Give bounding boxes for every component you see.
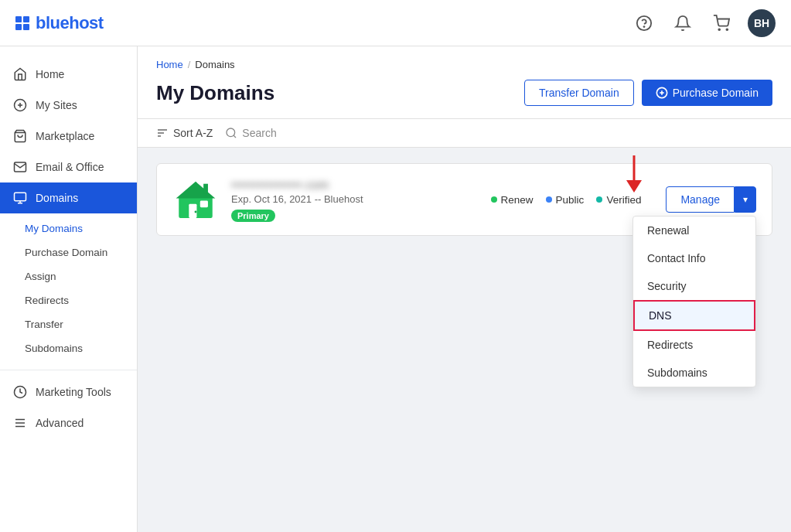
main-content: Home / Domains My Domains Transfer Domai… <box>138 46 791 532</box>
domain-icon <box>172 176 219 223</box>
submenu-item-purchase-domain[interactable]: Purchase Domain <box>0 240 137 264</box>
marketing-icon <box>12 384 28 400</box>
wordpress-icon <box>12 97 28 113</box>
dropdown-label-contact-info: Contact Info <box>647 252 706 264</box>
notifications-icon[interactable] <box>670 11 695 36</box>
sidebar: Home My Sites Marketplace <box>0 46 138 532</box>
domain-list: ••••••••••••••••.com Exp. Oct 16, 2021 -… <box>138 148 791 251</box>
renew-dot <box>491 196 497 203</box>
plus-icon <box>656 87 668 99</box>
page-title: My Domains <box>156 81 274 105</box>
svg-rect-6 <box>15 193 26 201</box>
sidebar-item-email-office[interactable]: Email & Office <box>0 152 137 182</box>
chevron-down-icon: ▾ <box>743 194 748 205</box>
sidebar-label-marketplace: Marketplace <box>36 130 94 142</box>
manage-btn-group: Manage ▾ <box>666 186 756 213</box>
header-actions: BH <box>632 9 776 37</box>
svg-rect-24 <box>200 200 208 207</box>
dropdown-item-contact-info[interactable]: Contact Info <box>633 244 755 272</box>
page-actions: Transfer Domain Purchase Domain <box>524 80 772 106</box>
domain-expiry: Exp. Oct 16, 2021 -- Bluehost <box>231 193 479 205</box>
sidebar-label-home: Home <box>36 68 64 80</box>
home-icon <box>12 66 28 82</box>
domains-icon <box>12 190 28 206</box>
submenu-item-transfer[interactable]: Transfer <box>0 312 137 336</box>
sidebar-item-marketplace[interactable]: Marketplace <box>0 121 137 152</box>
submenu-item-subdomains[interactable]: Subdomains <box>0 336 137 360</box>
breadcrumb-home[interactable]: Home <box>156 59 183 70</box>
domain-name: ••••••••••••••••.com <box>231 178 479 191</box>
submenu-label-redirects: Redirects <box>25 295 69 306</box>
submenu-label-purchase-domain: Purchase Domain <box>25 247 107 258</box>
dropdown-label-redirects: Redirects <box>647 339 693 351</box>
purchase-domain-label: Purchase Domain <box>673 87 759 99</box>
manage-button[interactable]: Manage <box>666 186 735 213</box>
header: bluehost BH <box>0 0 791 46</box>
dropdown-item-renewal[interactable]: Renewal <box>633 217 755 244</box>
transfer-domain-button[interactable]: Transfer Domain <box>524 80 634 106</box>
dropdown-label-renewal: Renewal <box>647 224 689 237</box>
public-label: Public <box>556 194 585 206</box>
manage-dropdown-menu: Renewal Contact Info Security DNS Redire <box>632 216 756 387</box>
avatar[interactable]: BH <box>748 9 776 37</box>
sidebar-item-my-sites[interactable]: My Sites <box>0 90 137 121</box>
red-arrow-indicator <box>620 155 648 198</box>
sort-label: Sort A-Z <box>173 127 213 139</box>
sort-icon <box>156 127 169 139</box>
dropdown-item-redirects[interactable]: Redirects <box>633 331 755 359</box>
submenu-item-my-domains[interactable]: My Domains <box>0 217 137 240</box>
avatar-initials: BH <box>754 17 769 29</box>
sidebar-label-domains: Domains <box>36 192 78 204</box>
sidebar-label-my-sites: My Sites <box>36 99 77 111</box>
breadcrumb: Home / Domains <box>156 59 772 70</box>
logo-grid-icon <box>15 16 29 30</box>
sidebar-label-advanced: Advanced <box>36 417 84 429</box>
cart-icon[interactable] <box>709 11 734 36</box>
sidebar-label-marketing-tools: Marketing Tools <box>36 386 111 398</box>
help-icon[interactable] <box>632 11 656 36</box>
renew-label: Renew <box>501 194 534 206</box>
submenu-item-redirects[interactable]: Redirects <box>0 288 137 312</box>
manage-dropdown-toggle[interactable]: ▾ <box>735 186 756 213</box>
svg-point-3 <box>726 29 728 30</box>
email-icon <box>12 159 28 175</box>
submenu-item-assign[interactable]: Assign <box>0 264 137 288</box>
sidebar-label-email-office: Email & Office <box>36 161 104 173</box>
status-public: Public <box>546 194 585 206</box>
advanced-icon <box>12 415 28 431</box>
search-button[interactable]: Search <box>225 127 276 139</box>
dropdown-label-security: Security <box>647 280 687 292</box>
domain-status: Renew Public Verified <box>491 194 642 206</box>
svg-point-2 <box>718 29 720 30</box>
sort-button[interactable]: Sort A-Z <box>156 127 213 139</box>
domain-card: ••••••••••••••••.com Exp. Oct 16, 2021 -… <box>156 163 772 236</box>
search-icon <box>225 127 237 139</box>
svg-marker-28 <box>626 180 642 193</box>
breadcrumb-current: Domains <box>195 59 234 70</box>
toolbar: Sort A-Z Search <box>138 119 791 148</box>
submenu-label-subdomains: Subdomains <box>25 343 83 354</box>
sidebar-item-advanced[interactable]: Advanced <box>0 408 137 438</box>
breadcrumb-separator: / <box>188 59 191 70</box>
submenu-label-my-domains: My Domains <box>25 223 83 234</box>
dropdown-label-dns: DNS <box>649 309 672 322</box>
svg-point-26 <box>195 211 197 213</box>
sidebar-item-home[interactable]: Home <box>0 59 137 90</box>
sidebar-item-marketing-tools[interactable]: Marketing Tools <box>0 377 137 408</box>
domain-info: ••••••••••••••••.com Exp. Oct 16, 2021 -… <box>231 178 479 222</box>
dropdown-item-security[interactable]: Security <box>633 272 755 300</box>
logo-area: bluehost <box>15 13 104 33</box>
logo-text: bluehost <box>36 13 104 33</box>
submenu-label-assign: Assign <box>25 271 56 282</box>
svg-line-20 <box>234 135 236 138</box>
manage-area: Manage ▾ Renewal Contact Info <box>653 186 756 213</box>
sidebar-item-domains[interactable]: Domains <box>0 182 137 213</box>
search-label: Search <box>242 127 276 139</box>
public-dot <box>546 196 552 203</box>
dropdown-item-dns[interactable]: DNS <box>633 300 755 331</box>
purchase-domain-button[interactable]: Purchase Domain <box>642 80 772 106</box>
dropdown-item-subdomains[interactable]: Subdomains <box>633 359 755 387</box>
svg-marker-22 <box>176 182 216 199</box>
dropdown-label-subdomains: Subdomains <box>647 367 707 379</box>
domain-name-blurred: ••••••••••••••••.com <box>231 178 329 191</box>
